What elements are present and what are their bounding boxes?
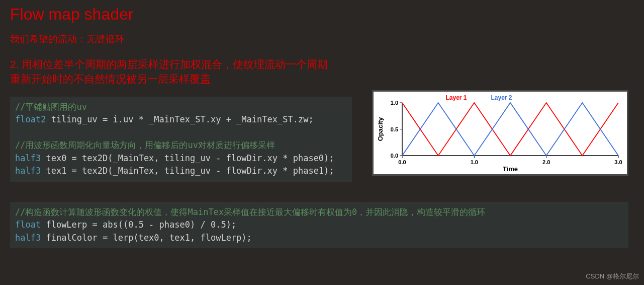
code-comment: //平铺贴图用的uv — [15, 102, 87, 112]
opacity-time-chart: 0.01.02.03.00.00.51.0TimeOpacityLayer 1L… — [372, 90, 628, 176]
svg-text:Layer 2: Layer 2 — [491, 94, 512, 101]
svg-text:1.0: 1.0 — [391, 100, 398, 106]
subtitle-1: 我们希望的流动：无缝循环 — [10, 33, 634, 46]
code-block-1: //平铺贴图用的uv float2 tiling_uv = i.uv * _Ma… — [10, 97, 352, 182]
code-comment: //用波形函数周期化向量场方向，用偏移后的uv对材质进行偏移采样 — [15, 140, 275, 150]
svg-text:0.0: 0.0 — [391, 153, 398, 159]
code-text: finalColor = lerp(tex0, tex1, flowLerp); — [41, 233, 252, 243]
code-comment: //构造函数计算随波形函数变化的权值，使得MainTex采样值在接近最大偏移时有… — [15, 207, 485, 217]
watermark: CSDN @格尔尼尔 — [586, 272, 639, 281]
svg-text:3.0: 3.0 — [614, 159, 622, 165]
code-keyword: half3 — [15, 233, 41, 243]
svg-text:Time: Time — [503, 165, 518, 173]
code-keyword: half3 — [15, 153, 41, 163]
code-text: flowLerp = abs((0.5 - phase0) / 0.5); — [41, 220, 236, 230]
svg-text:1.0: 1.0 — [471, 159, 478, 165]
svg-text:Layer 1: Layer 1 — [445, 94, 467, 101]
code-block-2: //构造函数计算随波形函数变化的权值，使得MainTex采样值在接近最大偏移时有… — [10, 202, 628, 249]
svg-text:0.0: 0.0 — [398, 159, 406, 165]
svg-text:2.0: 2.0 — [542, 159, 550, 165]
code-text: tex0 = tex2D(_MainTex, tiling_uv - flowD… — [41, 153, 334, 163]
code-keyword: float — [15, 220, 41, 230]
chart-svg: 0.01.02.03.00.00.51.0TimeOpacityLayer 1L… — [375, 93, 626, 173]
svg-text:0.5: 0.5 — [391, 126, 398, 132]
code-text: tiling_uv = i.uv * _MainTex_ST.xy + _Mai… — [46, 114, 313, 124]
page-title: Flow map shader — [10, 5, 634, 24]
content-row: //平铺贴图用的uv float2 tiling_uv = i.uv * _Ma… — [10, 93, 634, 182]
code-keyword: half3 — [15, 166, 41, 176]
subtitle-2: 2. 用相位差半个周期的两层采样进行加权混合，使纹理流动一个周期重新开始时的不自… — [10, 57, 337, 87]
svg-text:Opacity: Opacity — [377, 117, 384, 141]
code-keyword: float2 — [15, 114, 46, 124]
code-text: tex1 = tex2D(_MainTex, tiling_uv - flowD… — [41, 166, 334, 176]
